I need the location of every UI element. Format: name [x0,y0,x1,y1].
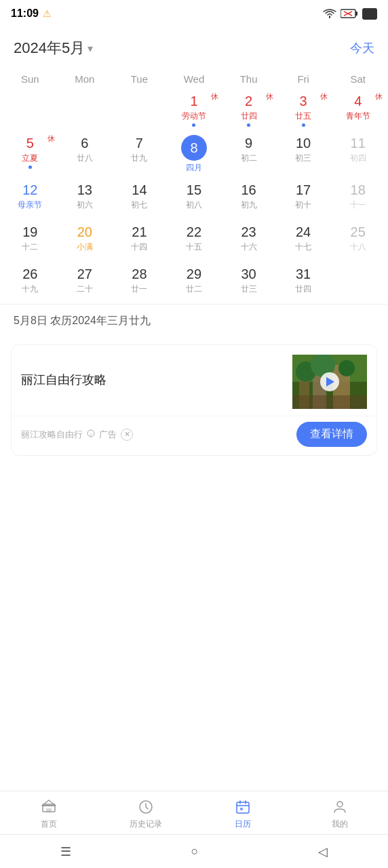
cal-day-15[interactable]: 15 初八 [167,178,222,220]
cal-day-29[interactable]: 29 廿二 [167,262,222,304]
cal-day-14[interactable]: 14 初七 [112,178,167,220]
lunar-11: 初四 [350,153,366,164]
calendar-svg-icon [235,799,251,815]
cal-day-28[interactable]: 28 廿一 [112,262,167,304]
dot-2 [247,123,250,127]
calendar-icon [234,798,252,816]
ad-badge: 广告 [99,429,117,441]
cal-day-25[interactable]: 25 十八 [330,220,385,262]
cal-day-13[interactable]: 13 初六 [58,178,113,220]
lunar-5: 立夏 [22,153,38,164]
nav-item-history[interactable]: 历史记录 [97,798,194,830]
cal-day-9[interactable]: 9 初二 [221,131,276,178]
lunar-21: 十四 [131,241,147,253]
day-num-20: 20 [77,224,92,240]
cal-day-26[interactable]: 26 十九 [3,262,58,304]
cal-empty-2 [58,89,113,131]
ad-detail-button[interactable]: 查看详情 [296,422,367,447]
calendar-week-4: 19 十二 20 小满 21 十四 22 十五 23 十六 24 十七 25 [0,220,388,262]
today-button[interactable]: 今天 [350,40,374,56]
day-num-18: 18 [351,182,366,198]
day-num-13: 13 [77,182,92,198]
day-num-15: 15 [187,182,201,198]
nav-item-calendar[interactable]: 日历 [194,798,291,830]
back-button[interactable]: ◁ [318,844,328,859]
lunar-28: 廿一 [131,283,147,295]
cal-empty-1 [3,89,58,131]
svg-rect-24 [240,808,243,810]
lunar-20: 小满 [77,241,93,253]
cal-day-31[interactable]: 31 廿四 [276,262,331,304]
nav-item-profile[interactable]: 我的 [291,798,388,830]
cal-day-27[interactable]: 27 二十 [58,262,113,304]
cal-day-30[interactable]: 30 廿三 [221,262,276,304]
cal-day-20[interactable]: 20 小满 [58,220,113,262]
dot-1 [192,123,195,127]
battery-level: 56 [362,8,377,20]
cal-day-12[interactable]: 12 母亲节 [3,178,58,220]
play-button[interactable] [320,372,339,391]
day-num-2: 2 [245,93,252,109]
holiday-tag-4: 休 [375,92,383,102]
cal-day-4[interactable]: 休 4 青年节 [330,89,385,131]
month-selector[interactable]: 2024年5月 ▾ [14,38,93,58]
cal-day-19[interactable]: 19 十二 [3,220,58,262]
lunar-17: 初十 [295,199,311,211]
svg-marker-18 [42,800,56,806]
cal-day-6[interactable]: 6 廿八 [58,131,113,178]
home-svg-icon [41,799,57,815]
day-num-4: 4 [354,93,362,109]
nav-item-home[interactable]: 首页 [0,798,97,830]
status-icons: 56 [323,8,377,20]
dow-mon: Mon [58,69,113,89]
status-time: 11:09 [11,7,39,20]
ad-text: 丽江自由行攻略 [21,372,283,392]
lunar-12: 母亲节 [18,199,42,211]
cal-day-22[interactable]: 22 十五 [167,220,222,262]
cal-day-21[interactable]: 21 十四 [112,220,167,262]
day-num-1: 1 [190,93,197,109]
cal-day-17[interactable]: 17 初十 [276,178,331,220]
cal-day-24[interactable]: 24 十七 [276,220,331,262]
cal-day-3[interactable]: 休 3 廿五 [276,89,331,131]
calendar-week-5: 26 十九 27 二十 28 廿一 29 廿二 30 廿三 31 廿四 [0,262,388,304]
main-area: 2024年5月 ▾ 今天 Sun Mon Tue Wed Thu Fri Sat… [0,27,388,791]
home-system-button[interactable]: ○ [191,844,199,859]
cal-day-11[interactable]: 11 初四 [330,131,385,178]
cal-day-18[interactable]: 18 十一 [330,178,385,220]
cal-day-16[interactable]: 16 初九 [221,178,276,220]
menu-button[interactable]: ☰ [60,844,71,859]
ad-source-label: 丽江攻略自由行 [21,429,83,441]
lunar-29: 廿二 [186,283,202,295]
date-info: 5月8日 农历2024年三月廿九 [0,304,388,338]
cal-day-23[interactable]: 23 十六 [221,220,276,262]
cal-day-8[interactable]: 8 四月 [167,131,222,178]
ad-tag: i [87,429,95,439]
dot-3 [302,123,305,127]
cal-empty-last [330,262,385,304]
cal-day-10[interactable]: 10 初三 [276,131,331,178]
lunar-4: 青年节 [346,111,370,122]
cal-day-2[interactable]: 休 2 廿四 [221,89,276,131]
nav-label-history: 历史记录 [130,818,162,830]
calendar-week-2: 休 5 立夏 6 廿八 7 廿九 8 四月 9 初二 10 初三 [0,131,388,178]
day-num-12: 12 [22,182,37,198]
info-icon: i [87,429,95,437]
lunar-18: 十一 [350,199,366,211]
cal-day-5[interactable]: 休 5 立夏 [3,131,58,178]
svg-rect-12 [292,395,367,409]
lunar-8: 四月 [186,162,202,174]
day-num-9: 9 [245,135,252,151]
day-num-17: 17 [296,182,311,198]
day-num-21: 21 [132,224,147,240]
holiday-tag-5: 休 [47,134,55,144]
cal-day-1[interactable]: 休 1 劳动节 [167,89,222,131]
ad-label: 丽江攻略自由行 i 广告 ✕ [21,429,133,441]
wifi-icon [323,9,336,18]
profile-svg-icon [332,799,348,815]
close-ad-button[interactable]: ✕ [121,429,133,441]
ad-thumbnail[interactable] [292,355,367,409]
cal-day-7[interactable]: 7 廿九 [112,131,167,178]
day-num-3: 3 [300,93,307,109]
lunar-31: 廿四 [295,283,311,295]
